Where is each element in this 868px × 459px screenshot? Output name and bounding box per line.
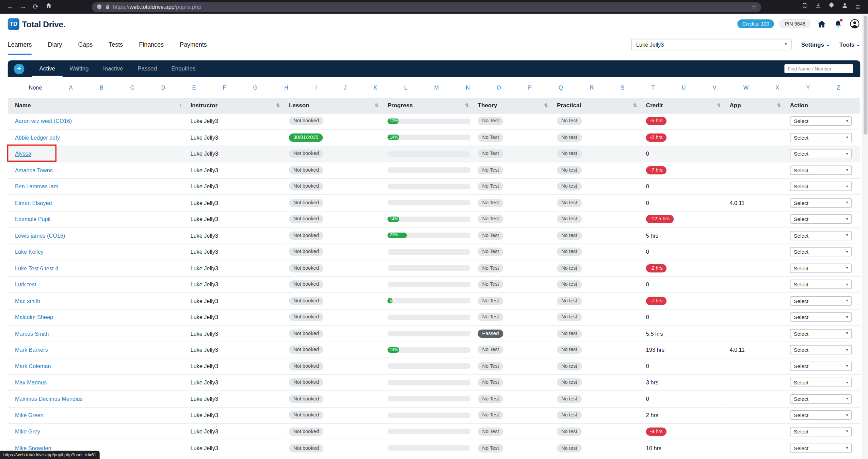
column-header-lesson[interactable]: Lesson⇅ (285, 98, 383, 113)
pupil-name-link[interactable]: Alyssa (15, 151, 31, 157)
pupil-name-link[interactable]: Amanda Towns (15, 167, 53, 173)
alpha-filter-x[interactable]: X (775, 84, 779, 91)
alpha-filter-v[interactable]: V (713, 84, 717, 91)
forward-icon[interactable]: → (17, 1, 29, 13)
bookmark-star-icon[interactable]: ☆ (751, 3, 757, 11)
action-select[interactable]: Select ▾ (790, 394, 852, 404)
action-select[interactable]: Select ▾ (790, 345, 852, 355)
back-icon[interactable]: ← (4, 1, 16, 13)
pupil-name-link[interactable]: Mark Coleman (15, 363, 51, 369)
nav-tab-gaps[interactable]: Gaps (78, 34, 93, 55)
scrollbar-thumb[interactable] (864, 16, 867, 135)
url-bar[interactable]: https://web.totaldrive.app/pupils.php ☆ (92, 2, 761, 12)
sort-icon[interactable]: ⇅ (633, 102, 637, 108)
pupil-name-link[interactable]: Eiman Elsayed (15, 200, 52, 206)
pupil-name-link[interactable]: Luke Kelley (15, 249, 44, 255)
pupil-name-link[interactable]: Mac smith (15, 298, 40, 304)
search-input[interactable] (784, 64, 853, 73)
action-select[interactable]: Select ▾ (790, 443, 852, 453)
alpha-filter-none[interactable]: None (29, 84, 42, 91)
sort-icon[interactable]: ↑ (179, 102, 182, 108)
action-select[interactable]: Select ▾ (790, 165, 852, 175)
nav-tab-payments[interactable]: Payments (180, 34, 207, 55)
pupil-name-link[interactable]: Mike Green (15, 412, 44, 418)
scrollbar[interactable] (863, 14, 868, 459)
alpha-filter-y[interactable]: Y (806, 84, 810, 91)
downloads-icon[interactable] (812, 1, 824, 13)
status-tab-passed[interactable]: Passed (130, 60, 164, 77)
sort-icon[interactable]: ⇅ (777, 102, 781, 108)
alpha-filter-b[interactable]: B (100, 84, 103, 91)
action-select[interactable]: Select ▾ (790, 313, 852, 322)
settings-menu[interactable]: Settings ⌄ (801, 41, 830, 48)
alpha-filter-d[interactable]: D (161, 84, 165, 91)
alpha-filter-z[interactable]: Z (837, 84, 840, 91)
alpha-filter-c[interactable]: C (130, 84, 134, 91)
action-select[interactable]: Select ▾ (790, 264, 852, 273)
column-header-name[interactable]: Name↑ (8, 98, 186, 113)
shield-icon[interactable] (96, 4, 102, 10)
credits-badge[interactable]: Credits: 100 (737, 19, 774, 28)
alpha-filter-n[interactable]: N (466, 84, 470, 91)
action-select[interactable]: Select ▾ (790, 133, 852, 142)
action-select[interactable]: Select ▾ (790, 215, 852, 224)
action-select[interactable]: Select ▾ (790, 247, 852, 257)
pupil-name-link[interactable]: Aaron wiz west (CO16) (15, 118, 72, 124)
action-select[interactable]: Select ▾ (790, 231, 852, 240)
pupil-name-link[interactable]: Malcolm Sheep (15, 314, 53, 320)
alpha-filter-q[interactable]: Q (559, 84, 563, 91)
alpha-filter-e[interactable]: E (192, 84, 196, 91)
action-select[interactable]: Select ▾ (790, 296, 852, 306)
action-select[interactable]: Select ▾ (790, 410, 852, 420)
alpha-filter-s[interactable]: S (621, 84, 625, 91)
account-icon[interactable] (839, 1, 850, 13)
alpha-filter-i[interactable]: I (315, 84, 317, 91)
profile-icon[interactable] (849, 18, 861, 30)
action-select[interactable]: Select ▾ (790, 198, 852, 208)
alpha-filter-m[interactable]: M (434, 84, 439, 91)
sort-icon[interactable]: ⇅ (465, 102, 469, 108)
pocket-icon[interactable] (799, 1, 810, 13)
nav-tab-learners[interactable]: Learners (8, 34, 32, 55)
alpha-filter-g[interactable]: G (253, 84, 258, 91)
action-select[interactable]: Select ▾ (790, 329, 852, 338)
pupil-name-link[interactable]: Ben Lammas Iam (15, 184, 58, 190)
pupil-name-link[interactable]: Marcus Smith (15, 330, 49, 336)
alpha-filter-o[interactable]: O (497, 84, 501, 91)
sort-icon[interactable]: ⇅ (717, 102, 721, 108)
pupil-name-link[interactable]: Lurk test (15, 282, 36, 288)
add-pupil-button[interactable]: + (14, 63, 25, 74)
pupil-name-link[interactable]: Mark Barkers (15, 347, 48, 353)
column-header-theory[interactable]: Theory⇅ (473, 98, 552, 113)
action-select[interactable]: Select ▾ (790, 362, 852, 371)
status-tab-waiting[interactable]: Waiting (62, 60, 96, 77)
alpha-filter-u[interactable]: U (682, 84, 686, 91)
status-tab-enquiries[interactable]: Enquiries (164, 60, 203, 77)
sort-icon[interactable]: ⇅ (276, 102, 280, 108)
extensions-icon[interactable] (825, 1, 837, 13)
alpha-filter-l[interactable]: L (404, 84, 407, 91)
pupil-name-link[interactable]: Lewis james (CO16) (15, 233, 65, 239)
column-header-progress[interactable]: Progress⇅ (383, 98, 473, 113)
alpha-filter-f[interactable]: F (223, 84, 226, 91)
alpha-filter-h[interactable]: H (284, 84, 288, 91)
menu-icon[interactable]: ≡ (852, 1, 864, 13)
pupil-name-link[interactable]: Mike Grey (15, 428, 40, 434)
pupil-name-link[interactable]: Max Mannus (15, 379, 47, 385)
home-icon[interactable] (816, 18, 827, 30)
column-header-app[interactable]: App⇅ (725, 98, 785, 113)
alpha-filter-t[interactable]: T (652, 84, 655, 91)
action-select[interactable]: Select ▾ (790, 378, 852, 387)
alpha-filter-j[interactable]: J (344, 84, 347, 91)
pupil-name-link[interactable]: Example Pupil (15, 216, 50, 222)
sort-icon[interactable]: ⇅ (544, 102, 548, 108)
alpha-filter-r[interactable]: R (590, 84, 594, 91)
lock-icon[interactable] (105, 4, 110, 10)
nav-tab-diary[interactable]: Diary (48, 34, 62, 55)
alpha-filter-p[interactable]: P (528, 84, 532, 91)
app-logo[interactable]: TD Total Drive. (8, 18, 65, 30)
action-select[interactable]: Select ▾ (790, 280, 852, 289)
action-select[interactable]: Select ▾ (790, 116, 852, 126)
nav-tab-finances[interactable]: Finances (139, 34, 164, 55)
pupil-name-link[interactable]: Abbie Ledger defy (15, 134, 60, 141)
